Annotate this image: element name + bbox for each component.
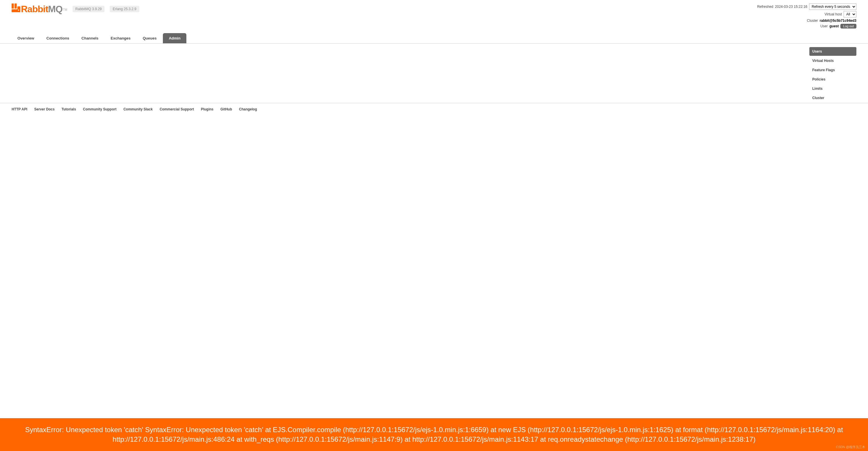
watermark: CSDN @程序员三木 (836, 445, 865, 449)
footer-community-support[interactable]: Community Support (83, 107, 116, 111)
version-erlang: Erlang 25.3.2.9 (110, 6, 139, 12)
sidebar-item-virtual-hosts[interactable]: Virtual Hosts (809, 56, 857, 65)
svg-rect-3 (18, 6, 20, 12)
footer-plugins[interactable]: Plugins (201, 107, 213, 111)
sidebar-item-limits[interactable]: Limits (809, 84, 857, 93)
footer-commercial-support[interactable]: Commercial Support (160, 107, 194, 111)
footer-http-api[interactable]: HTTP API (11, 107, 27, 111)
footer-tutorials[interactable]: Tutorials (62, 107, 76, 111)
logo-text-suffix: MQ (48, 4, 63, 14)
user-label: User (820, 24, 828, 28)
sidebar-item-policies[interactable]: Policies (809, 75, 857, 84)
footer-links: HTTP API Server Docs Tutorials Community… (0, 103, 868, 115)
sidebar-item-users[interactable]: Users (809, 47, 857, 56)
rabbitmq-icon (11, 3, 20, 13)
sidebar-item-feature-flags[interactable]: Feature Flags (809, 66, 857, 75)
refreshed-time: 2024-03-23 15:22:16 (775, 5, 807, 9)
refresh-interval-select[interactable]: Refresh every 5 seconds (809, 3, 857, 10)
footer-server-docs[interactable]: Server Docs (34, 107, 55, 111)
vhost-select[interactable]: All (844, 11, 857, 18)
tab-exchanges[interactable]: Exchanges (105, 33, 136, 43)
user-value: guest (829, 24, 839, 28)
main-nav: Overview Connections Channels Exchanges … (0, 33, 868, 44)
top-status: Refreshed 2024-03-23 15:22:16 Refresh ev… (757, 3, 857, 30)
sidebar-item-cluster[interactable]: Cluster (809, 93, 857, 102)
svg-rect-0 (11, 3, 14, 9)
logo-tm: TM (63, 8, 67, 11)
tab-channels[interactable]: Channels (76, 33, 104, 43)
footer-github[interactable]: GitHub (220, 107, 232, 111)
main-content (11, 47, 804, 103)
footer-community-slack[interactable]: Community Slack (123, 107, 153, 111)
vhost-label: Virtual host (825, 12, 842, 16)
tab-connections[interactable]: Connections (41, 33, 75, 43)
logout-button[interactable]: Log out (840, 24, 857, 28)
logo-text-main: Rabbit (21, 4, 48, 14)
tab-queues[interactable]: Queues (137, 33, 162, 43)
refreshed-label: Refreshed (757, 5, 773, 9)
footer-changelog[interactable]: Changelog (239, 107, 257, 111)
version-rabbitmq: RabbitMQ 3.9.29 (72, 6, 105, 12)
error-banner: SyntaxError: Unexpected token 'catch' Sy… (0, 418, 868, 451)
cluster-value: rabbit@5c5b71c94ed3 (820, 19, 857, 23)
tab-overview[interactable]: Overview (11, 33, 40, 43)
admin-sidebar: Users Virtual Hosts Feature Flags Polici… (809, 47, 857, 103)
cluster-label: Cluster (807, 19, 818, 23)
tab-admin[interactable]: Admin (163, 33, 186, 43)
logo: RabbitMQTM (11, 3, 67, 15)
svg-point-4 (18, 9, 19, 11)
svg-rect-1 (14, 3, 17, 9)
